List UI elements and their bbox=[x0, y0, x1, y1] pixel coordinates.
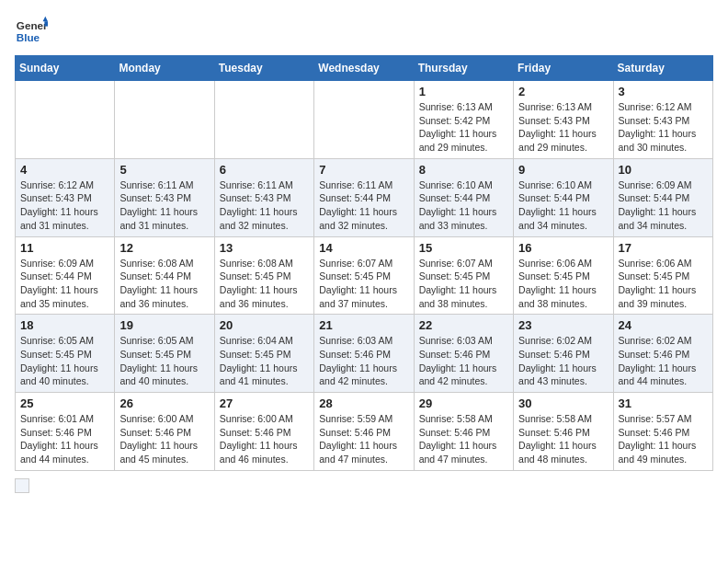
svg-text:Blue: Blue bbox=[17, 31, 40, 43]
day-number: 8 bbox=[419, 163, 508, 177]
day-info: Sunrise: 6:11 AM Sunset: 5:43 PM Dayligh… bbox=[220, 178, 309, 233]
calendar-cell: 14Sunrise: 6:07 AM Sunset: 5:45 PM Dayli… bbox=[314, 236, 414, 315]
calendar-header-wednesday: Wednesday bbox=[314, 56, 414, 81]
header: General Blue bbox=[15, 15, 713, 48]
logo-icon: General Blue bbox=[15, 15, 48, 48]
calendar-cell: 2Sunrise: 6:13 AM Sunset: 5:43 PM Daylig… bbox=[514, 81, 613, 159]
calendar-cell bbox=[314, 81, 414, 159]
day-number: 14 bbox=[319, 241, 408, 255]
calendar-cell: 30Sunrise: 5:58 AM Sunset: 5:46 PM Dayli… bbox=[514, 393, 613, 471]
calendar-cell: 5Sunrise: 6:11 AM Sunset: 5:43 PM Daylig… bbox=[115, 158, 214, 236]
day-info: Sunrise: 6:12 AM Sunset: 5:43 PM Dayligh… bbox=[619, 100, 708, 155]
calendar-cell: 27Sunrise: 6:00 AM Sunset: 5:46 PM Dayli… bbox=[214, 393, 313, 471]
calendar-cell: 29Sunrise: 5:58 AM Sunset: 5:46 PM Dayli… bbox=[414, 393, 513, 471]
calendar-cell: 24Sunrise: 6:02 AM Sunset: 5:46 PM Dayli… bbox=[613, 315, 712, 393]
calendar-header-tuesday: Tuesday bbox=[214, 56, 313, 81]
day-number: 24 bbox=[619, 318, 708, 332]
calendar-cell: 13Sunrise: 6:08 AM Sunset: 5:45 PM Dayli… bbox=[214, 236, 313, 315]
day-number: 17 bbox=[619, 241, 708, 255]
daylight-box-icon bbox=[15, 478, 29, 493]
calendar-cell: 28Sunrise: 5:59 AM Sunset: 5:46 PM Dayli… bbox=[314, 393, 414, 471]
day-info: Sunrise: 5:57 AM Sunset: 5:46 PM Dayligh… bbox=[619, 412, 708, 466]
day-number: 30 bbox=[518, 396, 608, 410]
day-number: 11 bbox=[20, 241, 109, 255]
day-number: 25 bbox=[20, 396, 109, 410]
day-number: 22 bbox=[419, 318, 508, 332]
day-number: 20 bbox=[220, 318, 309, 332]
day-info: Sunrise: 6:10 AM Sunset: 5:44 PM Dayligh… bbox=[419, 178, 508, 233]
calendar-header-thursday: Thursday bbox=[414, 56, 513, 81]
day-info: Sunrise: 6:03 AM Sunset: 5:46 PM Dayligh… bbox=[319, 334, 408, 388]
day-info: Sunrise: 6:00 AM Sunset: 5:46 PM Dayligh… bbox=[220, 412, 309, 466]
day-number: 9 bbox=[518, 163, 608, 177]
calendar-header-saturday: Saturday bbox=[613, 56, 712, 81]
calendar-cell: 11Sunrise: 6:09 AM Sunset: 5:44 PM Dayli… bbox=[16, 236, 115, 315]
calendar-header-friday: Friday bbox=[514, 56, 613, 81]
day-info: Sunrise: 6:10 AM Sunset: 5:44 PM Dayligh… bbox=[518, 178, 608, 233]
calendar-cell: 20Sunrise: 6:04 AM Sunset: 5:45 PM Dayli… bbox=[214, 315, 313, 393]
calendar-cell: 21Sunrise: 6:03 AM Sunset: 5:46 PM Dayli… bbox=[314, 315, 414, 393]
day-info: Sunrise: 6:06 AM Sunset: 5:45 PM Dayligh… bbox=[518, 257, 608, 311]
calendar-cell: 26Sunrise: 6:00 AM Sunset: 5:46 PM Dayli… bbox=[115, 393, 214, 471]
day-number: 10 bbox=[619, 163, 708, 177]
calendar-week-row: 11Sunrise: 6:09 AM Sunset: 5:44 PM Dayli… bbox=[16, 236, 713, 315]
calendar-cell: 22Sunrise: 6:03 AM Sunset: 5:46 PM Dayli… bbox=[414, 315, 513, 393]
day-number: 15 bbox=[419, 241, 508, 255]
day-info: Sunrise: 6:12 AM Sunset: 5:43 PM Dayligh… bbox=[20, 178, 109, 233]
day-info: Sunrise: 6:07 AM Sunset: 5:45 PM Dayligh… bbox=[319, 257, 408, 311]
footer bbox=[15, 478, 713, 493]
day-number: 26 bbox=[119, 396, 209, 410]
calendar-cell: 23Sunrise: 6:02 AM Sunset: 5:46 PM Dayli… bbox=[514, 315, 613, 393]
calendar-cell: 1Sunrise: 6:13 AM Sunset: 5:42 PM Daylig… bbox=[414, 81, 513, 159]
day-number: 1 bbox=[419, 85, 508, 98]
calendar-cell: 15Sunrise: 6:07 AM Sunset: 5:45 PM Dayli… bbox=[414, 236, 513, 315]
day-info: Sunrise: 6:09 AM Sunset: 5:44 PM Dayligh… bbox=[20, 257, 109, 311]
day-info: Sunrise: 6:13 AM Sunset: 5:42 PM Dayligh… bbox=[419, 100, 508, 155]
logo: General Blue bbox=[15, 15, 48, 48]
day-info: Sunrise: 6:13 AM Sunset: 5:43 PM Dayligh… bbox=[518, 100, 608, 155]
calendar-cell: 16Sunrise: 6:06 AM Sunset: 5:45 PM Dayli… bbox=[514, 236, 613, 315]
day-number: 2 bbox=[518, 85, 608, 98]
day-info: Sunrise: 6:02 AM Sunset: 5:46 PM Dayligh… bbox=[518, 334, 608, 388]
calendar-header-sunday: Sunday bbox=[16, 56, 115, 81]
day-info: Sunrise: 6:01 AM Sunset: 5:46 PM Dayligh… bbox=[20, 412, 109, 466]
day-number: 6 bbox=[220, 163, 309, 177]
calendar-cell: 9Sunrise: 6:10 AM Sunset: 5:44 PM Daylig… bbox=[514, 158, 613, 236]
day-info: Sunrise: 6:07 AM Sunset: 5:45 PM Dayligh… bbox=[419, 257, 508, 311]
day-info: Sunrise: 6:05 AM Sunset: 5:45 PM Dayligh… bbox=[119, 334, 209, 388]
day-info: Sunrise: 5:58 AM Sunset: 5:46 PM Dayligh… bbox=[518, 412, 608, 466]
day-number: 12 bbox=[119, 241, 209, 255]
calendar-cell: 12Sunrise: 6:08 AM Sunset: 5:44 PM Dayli… bbox=[115, 236, 214, 315]
day-number: 21 bbox=[319, 318, 408, 332]
calendar-cell: 25Sunrise: 6:01 AM Sunset: 5:46 PM Dayli… bbox=[16, 393, 115, 471]
day-number: 4 bbox=[20, 163, 109, 177]
calendar-cell bbox=[115, 81, 214, 159]
day-number: 7 bbox=[319, 163, 408, 177]
day-number: 28 bbox=[319, 396, 408, 410]
day-number: 19 bbox=[119, 318, 209, 332]
svg-marker-3 bbox=[44, 21, 48, 26]
day-number: 23 bbox=[518, 318, 608, 332]
calendar-week-row: 4Sunrise: 6:12 AM Sunset: 5:43 PM Daylig… bbox=[16, 158, 713, 236]
calendar-header-row: SundayMondayTuesdayWednesdayThursdayFrid… bbox=[16, 56, 713, 81]
day-info: Sunrise: 6:09 AM Sunset: 5:44 PM Dayligh… bbox=[619, 178, 708, 233]
calendar-cell: 31Sunrise: 5:57 AM Sunset: 5:46 PM Dayli… bbox=[613, 393, 712, 471]
day-info: Sunrise: 6:08 AM Sunset: 5:44 PM Dayligh… bbox=[119, 257, 209, 311]
day-info: Sunrise: 6:02 AM Sunset: 5:46 PM Dayligh… bbox=[619, 334, 708, 388]
day-info: Sunrise: 6:05 AM Sunset: 5:45 PM Dayligh… bbox=[20, 334, 109, 388]
day-number: 29 bbox=[419, 396, 508, 410]
day-info: Sunrise: 6:06 AM Sunset: 5:45 PM Dayligh… bbox=[619, 257, 708, 311]
calendar-cell: 19Sunrise: 6:05 AM Sunset: 5:45 PM Dayli… bbox=[115, 315, 214, 393]
calendar-header-monday: Monday bbox=[115, 56, 214, 81]
day-number: 27 bbox=[220, 396, 309, 410]
calendar-cell bbox=[16, 81, 115, 159]
day-number: 3 bbox=[619, 85, 708, 98]
calendar-cell: 6Sunrise: 6:11 AM Sunset: 5:43 PM Daylig… bbox=[214, 158, 313, 236]
calendar-cell: 10Sunrise: 6:09 AM Sunset: 5:44 PM Dayli… bbox=[613, 158, 712, 236]
day-info: Sunrise: 6:00 AM Sunset: 5:46 PM Dayligh… bbox=[119, 412, 209, 466]
day-number: 5 bbox=[119, 163, 209, 177]
day-number: 18 bbox=[20, 318, 109, 332]
calendar-cell: 7Sunrise: 6:11 AM Sunset: 5:44 PM Daylig… bbox=[314, 158, 414, 236]
day-info: Sunrise: 5:59 AM Sunset: 5:46 PM Dayligh… bbox=[319, 412, 408, 466]
day-info: Sunrise: 5:58 AM Sunset: 5:46 PM Dayligh… bbox=[419, 412, 508, 466]
